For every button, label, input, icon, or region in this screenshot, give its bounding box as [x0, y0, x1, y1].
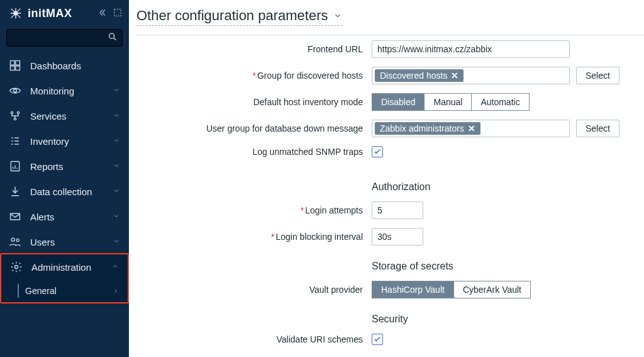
inventory-mode-automatic[interactable]: Automatic — [472, 93, 529, 111]
svg-point-15 — [15, 266, 18, 269]
collapse-sidebar-icon[interactable] — [97, 8, 108, 20]
sidebar-item-label: Data collection — [30, 186, 104, 197]
page-title-text: Other configuration parameters — [136, 8, 328, 24]
label-login-block: *Login blocking interval — [136, 232, 363, 242]
sidebar-nav: Dashboards Monitoring Services Inventory — [0, 53, 129, 254]
sidebar-item-services[interactable]: Services — [0, 103, 129, 128]
sidebar-item-users[interactable]: Users — [0, 229, 129, 254]
label-login-attempts: *Login attempts — [136, 205, 363, 215]
dashboards-icon — [9, 59, 21, 72]
svg-point-14 — [16, 239, 19, 241]
inventory-mode-manual[interactable]: Manual — [425, 93, 472, 111]
chevron-up-icon — [111, 262, 119, 272]
group-discovered-multiselect[interactable]: Discovered hosts ✕ — [372, 67, 570, 84]
reports-icon — [9, 160, 21, 173]
sidebar-item-monitoring[interactable]: Monitoring — [0, 78, 129, 103]
svg-point-7 — [14, 89, 17, 93]
label-frontend-url: Frontend URL — [136, 44, 363, 54]
svg-point-2 — [109, 33, 114, 38]
chevron-down-icon — [113, 237, 120, 247]
users-icon — [9, 235, 21, 248]
login-block-input[interactable] — [372, 228, 423, 246]
label-vault-provider: Vault provider — [136, 285, 363, 295]
gear-icon — [10, 261, 23, 273]
active-indicator — [18, 284, 19, 298]
svg-rect-6 — [16, 66, 20, 71]
svg-rect-12 — [11, 213, 20, 220]
sidebar-item-reports[interactable]: Reports — [0, 154, 129, 179]
sidebar-item-label: Dashboards — [30, 60, 120, 71]
vault-hashicorp[interactable]: HashiCorp Vault — [372, 281, 454, 298]
snmp-traps-checkbox[interactable] — [372, 146, 383, 157]
sidebar-item-label: Alerts — [30, 212, 104, 222]
page-title-dropdown[interactable]: Other configuration parameters — [136, 8, 342, 26]
section-security: Security — [372, 307, 644, 325]
sidebar-item-label: Monitoring — [30, 86, 104, 96]
frontend-url-input[interactable] — [372, 40, 570, 58]
inventory-mode-segmented: Disabled Manual Automatic — [372, 93, 530, 111]
sidebar: initMAX Dashboards Monitoring — [0, 0, 129, 357]
sidebar-item-data-collection[interactable]: Data collection — [0, 179, 129, 204]
main: Other configuration parameters Frontend … — [129, 0, 644, 357]
db-down-group-multiselect[interactable]: Zabbix administrators ✕ — [372, 120, 570, 137]
validate-uri-checkbox[interactable] — [372, 334, 383, 345]
inventory-mode-disabled[interactable]: Disabled — [372, 93, 425, 111]
sidebar-item-administration[interactable]: Administration — [1, 254, 128, 280]
chevron-down-icon — [113, 111, 120, 121]
brand-logo-icon — [9, 6, 23, 20]
vault-provider-segmented: HashiCorp Vault CyberArk Vault — [372, 281, 531, 298]
select-db-group-button[interactable]: Select — [576, 120, 619, 137]
remove-tag-icon[interactable]: ✕ — [468, 123, 475, 133]
sidebar-item-label: Services — [30, 111, 104, 122]
kiosk-mode-icon[interactable] — [113, 8, 123, 20]
sidebar-sub-general[interactable]: General — [1, 280, 128, 302]
remove-tag-icon[interactable]: ✕ — [451, 71, 458, 81]
sidebar-item-label: Inventory — [30, 136, 104, 147]
chevron-down-icon — [113, 161, 120, 171]
label-group-discovered: *Group for discovered hosts — [136, 71, 363, 81]
sidebar-header: initMAX — [0, 0, 129, 25]
sidebar-item-label: Users — [30, 237, 104, 247]
inventory-icon — [9, 135, 21, 147]
chevron-down-icon — [113, 86, 120, 96]
svg-rect-3 — [11, 61, 15, 65]
label-inventory-mode: Default host inventory mode — [136, 97, 363, 107]
alerts-icon — [9, 210, 21, 223]
svg-point-9 — [17, 111, 19, 113]
data-collection-icon — [9, 185, 21, 198]
config-form: Frontend URL *Group for discovered hosts… — [136, 40, 644, 345]
search-icon[interactable] — [108, 32, 118, 44]
label-snmp-traps: Log unmatched SNMP traps — [136, 147, 363, 157]
svg-point-8 — [11, 111, 13, 113]
svg-rect-5 — [11, 66, 15, 71]
brand-name: initMAX — [28, 7, 72, 20]
sidebar-item-alerts[interactable]: Alerts — [0, 204, 129, 229]
sidebar-search — [6, 29, 123, 47]
chevron-down-icon — [333, 8, 342, 24]
sidebar-item-label: Reports — [30, 161, 104, 172]
select-group-button[interactable]: Select — [576, 67, 619, 84]
svg-point-10 — [14, 118, 16, 120]
tag-zabbix-admins[interactable]: Zabbix administrators ✕ — [375, 122, 480, 135]
chevron-right-icon — [113, 286, 119, 296]
search-input[interactable] — [6, 29, 123, 47]
chevron-down-icon — [113, 212, 120, 222]
svg-rect-4 — [16, 61, 20, 65]
section-storage: Storage of secrets — [372, 254, 644, 272]
sidebar-item-label: Administration — [31, 262, 103, 273]
chevron-down-icon — [113, 186, 120, 196]
sidebar-sub-label: General — [25, 286, 106, 296]
chevron-down-icon — [113, 136, 120, 146]
divider — [136, 35, 644, 35]
label-validate-uri: Validate URI schemes — [136, 334, 363, 344]
services-icon — [9, 110, 21, 122]
login-attempts-input[interactable] — [372, 201, 423, 219]
svg-rect-1 — [114, 9, 121, 16]
tag-discovered-hosts[interactable]: Discovered hosts ✕ — [375, 69, 464, 82]
vault-cyberark[interactable]: CyberArk Vault — [454, 281, 531, 298]
sidebar-highlight: Administration General — [0, 253, 129, 303]
monitoring-icon — [9, 84, 21, 97]
svg-point-13 — [11, 238, 14, 241]
sidebar-item-inventory[interactable]: Inventory — [0, 128, 129, 154]
sidebar-item-dashboards[interactable]: Dashboards — [0, 53, 129, 78]
